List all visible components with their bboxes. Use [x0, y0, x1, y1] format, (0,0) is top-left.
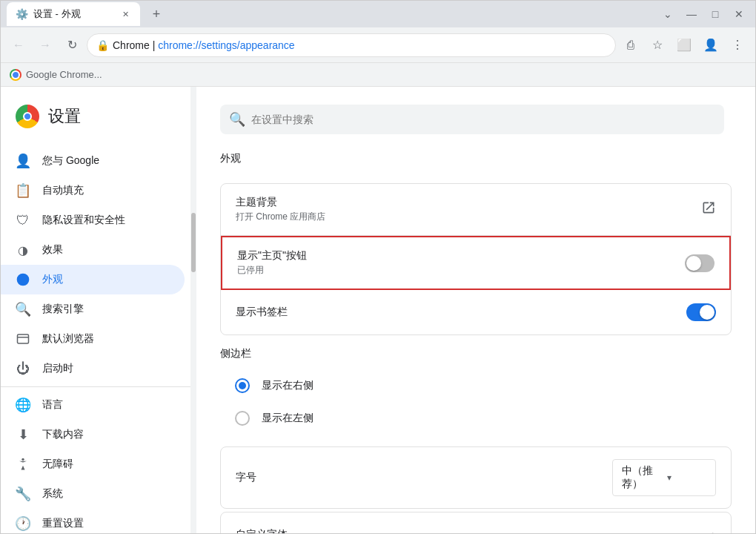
language-icon: 🌐 — [16, 398, 30, 412]
settings-item-theme: 主题背景 打开 Chrome 应用商店 — [221, 184, 731, 236]
tab-grid-button[interactable]: ⬜ — [672, 33, 696, 57]
system-icon: 🔧 — [16, 487, 30, 501]
bookmark-button[interactable]: ☆ — [646, 33, 669, 57]
font-size-chevron: ▾ — [667, 472, 706, 483]
maximize-button[interactable]: □ — [705, 4, 726, 24]
sidebar-item-system[interactable]: 🔧 系统 — [1, 479, 185, 509]
sidebar-item-reset[interactable]: 🕐 重置设置 — [1, 509, 185, 533]
browser-window: ⚙️ 设置 - 外观 ✕ + ⌄ — □ ✕ ← → ↻ 🔒 Chrome | … — [0, 0, 756, 534]
address-text: Chrome | chrome://settings/appearance — [113, 39, 606, 51]
font-size-card: 字号 中（推荐） ▾ — [220, 446, 732, 509]
reload-button[interactable]: ↻ — [60, 33, 84, 57]
sidebar-item-startup[interactable]: ⏻ 启动时 — [1, 354, 185, 383]
sidebar-label-google: 您与 Google — [42, 154, 99, 168]
radio-left-label: 显示在左侧 — [262, 412, 314, 425]
chrome-logo-icon — [10, 69, 21, 81]
startup-icon: ⏻ — [16, 361, 30, 376]
title-bar: ⚙️ 设置 - 外观 ✕ + ⌄ — □ ✕ — [1, 1, 755, 27]
bookmarks-bar: Google Chrome... — [1, 63, 755, 87]
sidebar-divider — [1, 386, 190, 387]
menu-button[interactable]: ⋮ — [726, 33, 749, 57]
sidebar-chrome-logo — [16, 105, 39, 128]
sidebar-label-autofill: 自动填充 — [42, 184, 84, 197]
bookmarks-bar-label: 显示书签栏 — [236, 306, 686, 319]
share-button[interactable]: ⎙ — [619, 33, 643, 57]
custom-font-card: 自定义字体 › — [220, 512, 732, 533]
radio-item-left[interactable]: 显示在左侧 — [235, 402, 717, 435]
profile-button[interactable]: 👤 — [699, 33, 723, 57]
home-button-toggle[interactable] — [685, 254, 714, 272]
custom-font-action[interactable]: › — [712, 527, 716, 534]
address-bar[interactable]: 🔒 Chrome | chrome://settings/appearance — [87, 33, 616, 57]
address-url: chrome://settings/appearance — [158, 39, 294, 51]
google-chrome-logo-link[interactable]: Google Chrome... — [10, 69, 102, 81]
tab-strip: ⚙️ 设置 - 外观 ✕ + — [7, 2, 167, 26]
sidebar-header: 设置 — [1, 93, 190, 140]
radio-group: 显示在右侧 显示在左侧 — [220, 363, 732, 441]
forward-button[interactable]: → — [33, 33, 57, 57]
downloads-icon: ⬇ — [16, 427, 30, 442]
sidebar: 设置 👤 您与 Google 📋 自动填充 🛡 隐私设置和安全性 ◑ — [1, 87, 190, 533]
sidebar-label-privacy: 隐私设置和安全性 — [42, 214, 125, 227]
sidebar-item-effects[interactable]: ◑ 效果 — [1, 235, 185, 265]
radio-item-right[interactable]: 显示在右侧 — [235, 369, 717, 402]
section-title: 外观 — [220, 152, 732, 171]
search-engine-icon: 🔍 — [16, 302, 30, 317]
settings-card: 主题背景 打开 Chrome 应用商店 显示"主页"按钮 已停用 — [220, 183, 732, 335]
radio-right[interactable] — [235, 378, 250, 393]
font-size-label: 字号 — [236, 471, 612, 484]
sidebar-item-accessibility[interactable]: 无障碍 — [1, 449, 185, 479]
sidebar-scrollbar[interactable] — [190, 87, 196, 533]
bookmarks-bar-text: 显示书签栏 — [236, 306, 686, 319]
settings-item-home-button: 显示"主页"按钮 已停用 — [221, 236, 731, 290]
sidebar-label-downloads: 下载内容 — [42, 428, 84, 441]
sidebar-item-browser[interactable]: 默认浏览器 — [1, 324, 185, 354]
sidebar-item-search[interactable]: 🔍 搜索引擎 — [1, 294, 185, 324]
shield-icon: 🛡 — [16, 213, 30, 228]
font-size-action[interactable]: 中（推荐） ▾ — [612, 459, 716, 496]
font-size-value: 中（推荐） — [622, 464, 661, 491]
sidebar-item-appearance[interactable]: 外观 — [1, 265, 185, 294]
sidebar-item-google[interactable]: 👤 您与 Google — [1, 146, 185, 176]
new-tab-button[interactable]: + — [146, 4, 167, 24]
accessibility-icon — [16, 457, 30, 472]
settings-item-custom-font[interactable]: 自定义字体 › — [221, 512, 731, 533]
custom-font-label: 自定义字体 — [236, 528, 712, 533]
sidebar-label-reset: 重置设置 — [42, 517, 84, 530]
settings-item-bookmarks-bar: 显示书签栏 — [221, 290, 731, 334]
home-button-text: 显示"主页"按钮 已停用 — [237, 249, 685, 277]
search-input[interactable] — [251, 113, 715, 125]
person-icon: 👤 — [16, 154, 30, 168]
radio-right-label: 显示在右侧 — [262, 379, 314, 392]
active-tab[interactable]: ⚙️ 设置 - 外观 ✕ — [7, 2, 140, 26]
theme-action[interactable] — [701, 200, 716, 219]
sidebar-label-system: 系统 — [42, 487, 63, 501]
settings-item-font-size: 字号 中（推荐） ▾ — [221, 447, 731, 508]
back-button[interactable]: ← — [7, 33, 30, 57]
sidebar-item-privacy[interactable]: 🛡 隐私设置和安全性 — [1, 205, 185, 235]
home-button-action[interactable] — [685, 254, 714, 272]
search-bar[interactable]: 🔍 — [220, 105, 724, 134]
sidebar-title: 设置 — [48, 105, 81, 128]
svg-point-3 — [21, 458, 24, 461]
sidebar-label-effects: 效果 — [42, 243, 63, 257]
sidebar-item-language[interactable]: 🌐 语言 — [1, 390, 185, 420]
close-button[interactable]: ✕ — [729, 4, 749, 24]
sidebar-item-downloads[interactable]: ⬇ 下载内容 — [1, 420, 185, 449]
custom-font-text: 自定义字体 — [236, 528, 712, 533]
theme-text: 主题背景 打开 Chrome 应用商店 — [236, 196, 701, 223]
chevron-down-button[interactable]: ⌄ — [657, 4, 678, 24]
sidebar-scrollbar-thumb[interactable] — [191, 213, 196, 272]
sidebar-item-autofill[interactable]: 📋 自动填充 — [1, 176, 185, 205]
address-prefix: Chrome — [113, 39, 150, 51]
radio-left[interactable] — [235, 411, 250, 426]
bookmarks-bar-toggle[interactable] — [686, 303, 716, 321]
font-size-select[interactable]: 中（推荐） ▾ — [612, 459, 716, 496]
external-link-icon[interactable] — [701, 200, 716, 219]
bookmarks-bar-action[interactable] — [686, 303, 716, 321]
tab-close-button[interactable]: ✕ — [119, 8, 131, 20]
window-controls: ⌄ — □ ✕ — [657, 4, 749, 24]
minimize-button[interactable]: — — [681, 4, 702, 24]
sidebar-label-startup: 启动时 — [42, 362, 73, 375]
home-button-label: 显示"主页"按钮 — [237, 249, 685, 263]
